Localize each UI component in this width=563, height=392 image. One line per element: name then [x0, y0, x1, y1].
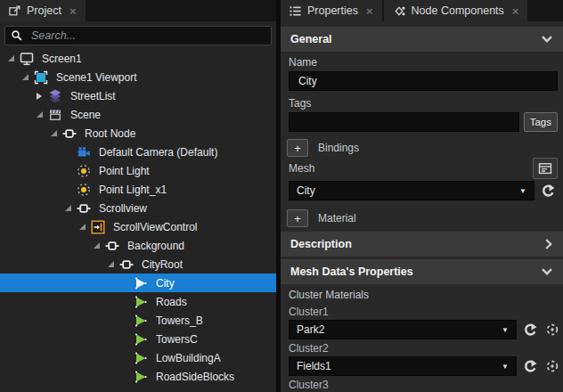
chevron-down-icon: [541, 267, 553, 276]
expander-icon[interactable]: [19, 71, 31, 84]
mesh-icon: [133, 351, 149, 365]
cluster2-locate-button[interactable]: [543, 356, 560, 376]
tree-item-towersc[interactable]: TowersC: [0, 330, 276, 348]
expander-icon[interactable]: [90, 240, 102, 252]
add-binding-button[interactable]: +: [287, 139, 308, 157]
expander-spacer: [118, 371, 131, 383]
cluster-materials-label: Cluster Materials: [289, 289, 556, 301]
search-input[interactable]: [29, 29, 265, 43]
properties-panel: Properties × Node Components × General N…: [281, 0, 563, 392]
project-tabstrip: Project ×: [0, 0, 276, 21]
tree-item-roadsideblocks[interactable]: RoadSideBlocks: [0, 367, 276, 386]
tree-item-screen1[interactable]: Screen1: [0, 49, 276, 68]
tree-item-lowbuildinga[interactable]: LowBuildingA: [0, 348, 276, 367]
expander-icon[interactable]: [47, 127, 60, 140]
close-icon[interactable]: ×: [511, 5, 520, 17]
section-mesh-data[interactable]: Mesh Data's Properties: [281, 259, 563, 284]
tree-item-roads[interactable]: Roads: [0, 292, 276, 311]
section-description[interactable]: Description: [281, 232, 563, 257]
cluster1-dropdown[interactable]: Park2 ▼: [289, 320, 517, 339]
screen-icon: [19, 52, 35, 66]
search-box[interactable]: [4, 26, 272, 45]
node-icon: [104, 239, 120, 253]
close-icon[interactable]: ×: [69, 5, 78, 17]
cluster2-dropdown[interactable]: Fields1 ▼: [289, 356, 517, 376]
tree-item-scrollview[interactable]: Scrollview: [0, 199, 276, 217]
tab-node-components[interactable]: Node Components ×: [384, 0, 528, 21]
mesh-revert-button[interactable]: [538, 181, 558, 200]
section-general[interactable]: General: [281, 27, 563, 52]
mesh-browse-button[interactable]: [533, 158, 558, 179]
tab-project[interactable]: Project ×: [0, 0, 86, 21]
tree-item-root-node[interactable]: Root Node: [0, 124, 276, 143]
chevron-down-icon: ▼: [519, 187, 526, 195]
node-icon: [61, 127, 78, 141]
mesh-icon: [133, 276, 149, 290]
material-label: Material: [318, 212, 356, 225]
cluster1-label: Cluster1: [289, 306, 556, 318]
mesh-icon: [133, 370, 149, 384]
target-icon: [545, 323, 559, 337]
expander-icon[interactable]: [76, 221, 88, 233]
mesh-icon: [133, 332, 149, 347]
expander-spacer: [118, 277, 131, 290]
node-components-icon: [392, 4, 406, 18]
chevron-right-icon: [544, 238, 553, 250]
expander-icon[interactable]: [33, 109, 45, 121]
scene-tree: Screen1 Scene1 Viewport StreetList Scene…: [0, 49, 276, 386]
tree-item-cityroot[interactable]: CityRoot: [0, 255, 276, 274]
mesh-dropdown[interactable]: City ▼: [289, 181, 534, 200]
tree-item-scrollviewcontrol[interactable]: ScrollViewControl: [0, 217, 276, 236]
tree-item-default-camera[interactable]: Default Camera (Default): [0, 143, 276, 161]
tree-item-scene[interactable]: Scene: [0, 105, 276, 124]
cluster3-label: Cluster3: [289, 379, 556, 391]
node-icon: [118, 257, 135, 272]
cluster1-revert-button[interactable]: [520, 320, 540, 339]
tags-input[interactable]: [297, 115, 511, 129]
tree-item-city[interactable]: City: [0, 274, 276, 292]
expander-spacer: [61, 165, 74, 177]
expander-icon[interactable]: [4, 53, 17, 65]
tab-project-label: Project: [27, 4, 61, 17]
mesh-label: Mesh: [289, 162, 314, 175]
tags-label: Tags: [289, 97, 556, 110]
tree-item-towers-b[interactable]: Towers_B: [0, 311, 276, 330]
tags-field[interactable]: [289, 112, 519, 132]
revert-icon: [541, 184, 556, 199]
name-input[interactable]: [297, 74, 550, 88]
expander-icon[interactable]: [61, 202, 74, 215]
tree-item-scene1-viewport[interactable]: Scene1 Viewport: [0, 68, 276, 86]
expander-spacer: [61, 146, 74, 159]
tab-node-components-label: Node Components: [412, 4, 504, 17]
add-material-button[interactable]: +: [287, 209, 308, 227]
revert-icon: [523, 323, 538, 338]
expander-spacer: [61, 184, 74, 196]
point-light-icon: [76, 164, 92, 178]
tab-properties-label: Properties: [307, 4, 358, 17]
expander-spacer: [118, 314, 131, 327]
cluster2-revert-button[interactable]: [520, 356, 540, 376]
close-icon[interactable]: ×: [365, 5, 374, 17]
mesh-icon: [133, 295, 149, 309]
tree-item-background[interactable]: Background: [0, 236, 276, 255]
browse-icon: [538, 161, 552, 176]
tab-properties[interactable]: Properties ×: [281, 0, 382, 21]
expander-icon[interactable]: [33, 90, 45, 102]
bindings-label: Bindings: [318, 142, 359, 154]
expander-icon[interactable]: [104, 258, 117, 271]
cluster1-locate-button[interactable]: [543, 320, 560, 339]
tags-button[interactable]: Tags: [524, 112, 558, 132]
tree-item-point-light[interactable]: Point Light: [0, 161, 276, 180]
point-light-icon: [76, 183, 92, 197]
layers-icon: [47, 89, 63, 103]
tree-item-streetlist[interactable]: StreetList: [0, 86, 276, 105]
name-field[interactable]: [289, 71, 558, 91]
name-label: Name: [289, 56, 556, 69]
expander-spacer: [118, 352, 131, 364]
section-general-title: General: [290, 33, 332, 45]
project-icon: [8, 4, 21, 18]
camera-icon: [76, 145, 92, 159]
tree-item-point-light-x1[interactable]: Point Light_x1: [0, 180, 276, 199]
list-icon: [289, 4, 302, 18]
scene-icon: [47, 108, 63, 122]
